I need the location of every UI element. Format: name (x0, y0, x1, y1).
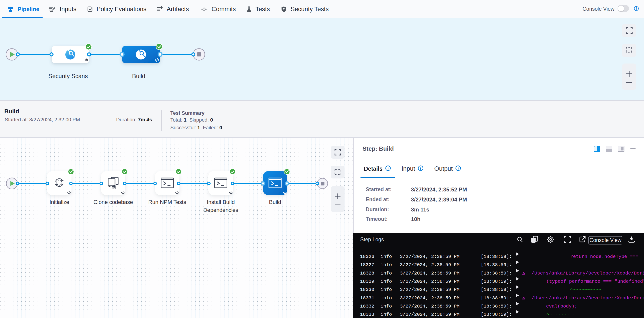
svg-text:Run NPM Tests: Run NPM Tests (148, 199, 186, 205)
svg-text:Security Scans: Security Scans (48, 73, 88, 79)
svg-text:Clone codebase: Clone codebase (93, 199, 133, 205)
svg-text:Build: Build (132, 73, 145, 79)
svg-text:Dependencies: Dependencies (203, 207, 238, 213)
svg-text:Initialize: Initialize (50, 199, 69, 205)
svg-text:Install Build: Install Build (207, 199, 235, 205)
svg-text:Build: Build (269, 199, 281, 205)
